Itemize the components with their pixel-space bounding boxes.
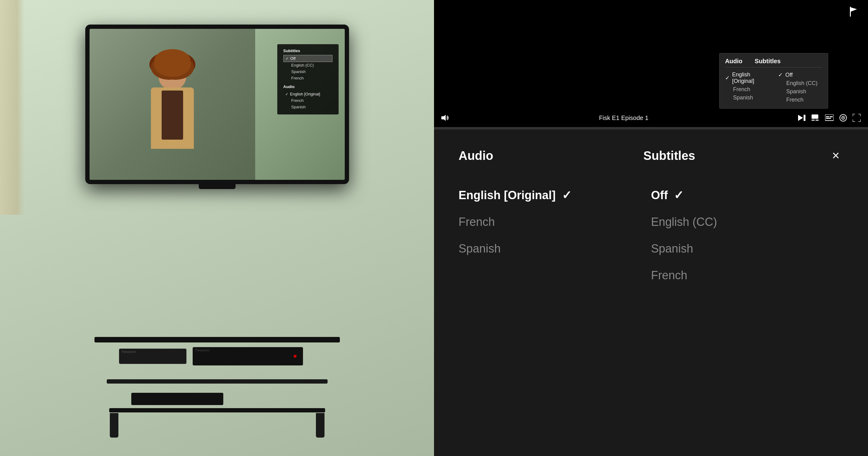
subtitles-option-label: French (651, 269, 687, 282)
flag-icon (849, 7, 858, 17)
audio-option-label: French (459, 215, 495, 229)
popup-audio-title: Audio (725, 58, 743, 65)
subtitles-option-french[interactable]: French (651, 262, 844, 289)
popup-audio-item-label: English [Original] (732, 71, 769, 84)
close-panel-button[interactable]: × (828, 148, 843, 163)
stand-shelf-middle (107, 379, 328, 384)
popup-sub-french[interactable]: French (778, 96, 822, 104)
tv-menu-item-off[interactable]: ✓ Off (283, 55, 333, 62)
svg-rect-8 (825, 115, 834, 121)
volume-button[interactable] (441, 115, 450, 121)
right-panel: Audio Subtitles ✓ English [Original] Fre… (434, 0, 868, 456)
popup-subtitles-col: ✓ Off English (CC) Spanish French (778, 70, 822, 104)
tv-frame: Subtitles ✓ Off English (CC) Spanish Fre… (85, 25, 349, 184)
person-hair (154, 52, 191, 77)
volume-icon (441, 115, 450, 121)
tv-menu-item-english-cc[interactable]: English (CC) (283, 62, 333, 68)
subtitles-option-spanish[interactable]: Spanish (651, 235, 844, 262)
audio-tracks-button[interactable] (839, 114, 847, 122)
svg-rect-7 (815, 120, 818, 121)
popup-columns: ✓ English [Original] French Spanish ✓ (725, 70, 822, 104)
curtain-decoration (0, 0, 25, 215)
popup-sub-item-label: Spanish (786, 88, 806, 95)
popup-sub-item-label: English (CC) (786, 80, 817, 87)
popup-sub-off[interactable]: ✓ Off (778, 70, 822, 79)
popup-audio-item-label: French (733, 86, 750, 93)
audio-options-column: English [Original] ✓ French Spanish (459, 182, 651, 437)
audio-option-english[interactable]: English [Original] ✓ (459, 182, 651, 209)
tv-menu-audio-french[interactable]: French (283, 97, 333, 104)
panel-header-row: Audio Subtitles × (459, 148, 843, 163)
stand-leg-left (110, 413, 118, 437)
audio-panel-title: Audio (459, 149, 493, 162)
subtitles-button[interactable] (825, 115, 834, 121)
tv-menu-audio-heading: Audio (283, 84, 333, 89)
audio-tracks-icon (839, 114, 847, 122)
tv-menu-item-spanish[interactable]: Spanish (283, 68, 333, 75)
subtitles-icon (825, 115, 834, 121)
popup-audio-item-label: Spanish (733, 94, 753, 101)
episode-list-button[interactable] (812, 115, 819, 121)
subtitles-panel-title: Subtitles (644, 149, 695, 162)
svg-rect-10 (826, 118, 831, 119)
tv-menu-item-french[interactable]: French (283, 75, 333, 81)
shelf-device-3 (131, 393, 223, 405)
person-head (159, 58, 186, 89)
panel-content-columns: English [Original] ✓ French Spanish Off … (459, 182, 843, 437)
tv-menu-audio-spanish[interactable]: Spanish (283, 104, 333, 110)
skip-next-button[interactable] (798, 115, 806, 121)
tv-base (199, 180, 236, 189)
person-body (151, 87, 194, 149)
subtitles-option-off[interactable]: Off ✓ (651, 182, 844, 209)
tv-menu-item-label: English [Original] (290, 92, 320, 96)
tv-menu-audio-english[interactable]: ✓ English [Original] (283, 91, 333, 97)
subtitles-options-column: Off ✓ English (CC) Spanish French (651, 182, 844, 437)
flag-button[interactable] (848, 6, 859, 17)
device-label-2: Panasonic (193, 347, 303, 353)
popup-sub-english-cc[interactable]: English (CC) (778, 79, 822, 87)
tv-menu-subtitles-heading: Subtitles (283, 49, 333, 53)
subtitles-off-check: ✓ (674, 188, 684, 202)
check-icon: ✓ (285, 57, 289, 61)
fullscreen-button[interactable] (852, 114, 861, 122)
episode-title: Fisk E1 Episode 1 (456, 115, 792, 122)
subtitles-option-label: English (CC) (651, 215, 717, 229)
panel-titles-row: Audio Subtitles (459, 149, 828, 163)
subtitles-col-header: Subtitles (644, 149, 829, 163)
device-label: Panasonic (119, 349, 186, 355)
popup-audio-spanish[interactable]: Spanish (725, 94, 769, 102)
video-audio-subtitles-popup: Audio Subtitles ✓ English [Original] Fre… (719, 53, 828, 109)
tv-menu-item-label: French (291, 98, 304, 103)
audio-col-header: Audio (459, 149, 644, 163)
svg-marker-1 (851, 7, 857, 12)
skip-next-icon (798, 115, 806, 121)
popup-audio-french[interactable]: French (725, 85, 769, 94)
popup-audio-col: ✓ English [Original] French Spanish (725, 70, 769, 104)
shirt (162, 91, 183, 140)
subtitles-option-english-cc[interactable]: English (CC) (651, 209, 844, 235)
tv-menu-item-label: Spanish (291, 104, 306, 109)
video-area: Audio Subtitles ✓ English [Original] Fre… (434, 0, 868, 127)
svg-rect-4 (804, 115, 805, 121)
popup-sub-item-label: French (786, 97, 803, 103)
svg-rect-6 (812, 120, 815, 121)
video-controls-right (798, 114, 861, 122)
subtitles-option-label: Spanish (651, 242, 693, 255)
popup-subtitles-title: Subtitles (755, 58, 781, 65)
tv-menu-audio-section: Audio ✓ English [Original] French Spanis… (283, 84, 333, 110)
audio-option-label: Spanish (459, 242, 501, 255)
audio-option-spanish[interactable]: Spanish (459, 235, 651, 262)
tv-stand: Panasonic Panasonic (94, 337, 340, 437)
person-silhouette (138, 52, 206, 156)
audio-option-french[interactable]: French (459, 209, 651, 235)
stand-leg-right (316, 413, 324, 437)
lower-shelf (94, 384, 340, 408)
audio-subtitles-panel: Audio Subtitles × English [Original] ✓ (434, 129, 868, 456)
svg-rect-11 (830, 116, 833, 117)
episode-list-icon (812, 115, 819, 121)
tv-screen: Subtitles ✓ Off English (CC) Spanish Fre… (90, 29, 345, 180)
tv-menu-item-label: Spanish (291, 69, 306, 74)
video-controls-bar: Fisk E1 Episode 1 (434, 109, 868, 127)
popup-sub-spanish[interactable]: Spanish (778, 87, 822, 96)
popup-audio-english[interactable]: ✓ English [Original] (725, 70, 769, 85)
